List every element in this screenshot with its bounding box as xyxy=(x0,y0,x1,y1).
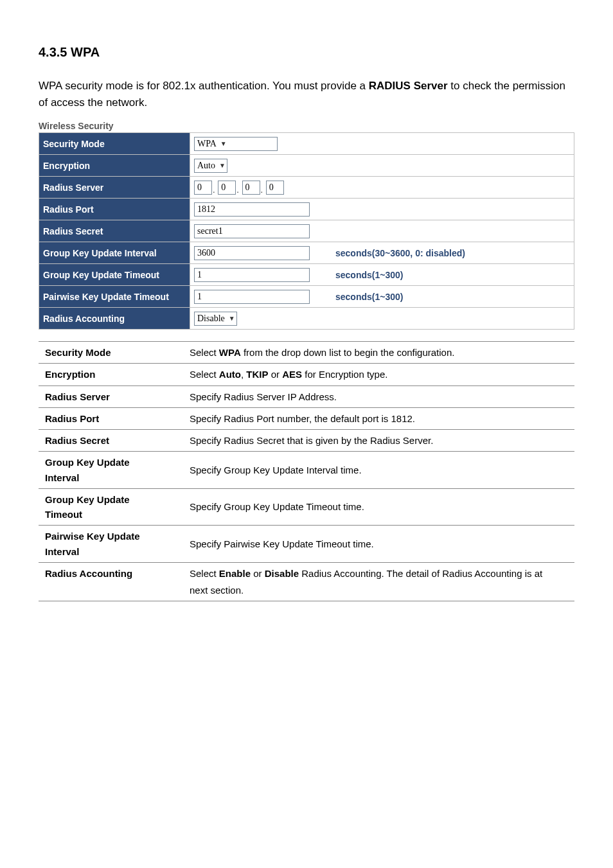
desc-row: Radius Secret Specify Radius Secret that… xyxy=(39,430,574,452)
desc-row: Radius Port Specify Radius Port number, … xyxy=(39,407,574,429)
text-bold: TKIP xyxy=(246,369,268,380)
text-bold: Disable xyxy=(265,568,299,579)
desc-row: Encryption Select Auto, TKIP or AES for … xyxy=(39,364,574,385)
desc-def: Specify Pairwise Key Update Timeout time… xyxy=(183,526,574,563)
desc-def: Specify Radius Port number, the default … xyxy=(183,407,574,429)
security-mode-select[interactable]: WPA ▼ xyxy=(194,137,278,151)
ip-dot: . xyxy=(236,185,239,195)
config-label: Radius Port xyxy=(39,199,190,220)
intro-bold: RADIUS Server xyxy=(369,80,448,92)
config-row: Group Key Update Timeout 1 seconds(1~300… xyxy=(39,264,574,286)
desc-def: Specify Radius Server IP Address. xyxy=(183,385,574,407)
desc-row: Radius Accounting Select Enable or Disab… xyxy=(39,562,574,601)
text-bold: AES xyxy=(282,369,302,380)
desc-def: Select WPA from the drop down list to be… xyxy=(183,342,574,364)
config-row: Pairwise Key Update Timeout 1 seconds(1~… xyxy=(39,286,574,308)
config-value-cell: 1 seconds(1~300) xyxy=(190,286,574,308)
desc-term: Radius Server xyxy=(39,385,183,407)
config-row: Radius Port 1812 xyxy=(39,199,574,220)
config-value-cell: Auto ▼ xyxy=(190,155,574,177)
hint-text: seconds(30~3600, 0: disabled) xyxy=(335,248,465,258)
desc-row: Group Key Update Timeout Specify Group K… xyxy=(39,488,574,526)
desc-row: Radius Server Specify Radius Server IP A… xyxy=(39,385,574,407)
ip-octet-4[interactable]: 0 xyxy=(266,181,284,195)
config-label: Encryption xyxy=(39,155,190,177)
config-row: Radius Server 0. 0. 0. 0 xyxy=(39,177,574,199)
pairwise-key-timeout-input[interactable]: 1 xyxy=(194,290,310,304)
ip-dot: . xyxy=(261,185,263,195)
text: Radius Accounting. The detail of Radius … xyxy=(299,568,542,579)
config-label: Radius Accounting xyxy=(39,308,190,330)
encryption-select[interactable]: Auto ▼ xyxy=(194,159,227,173)
config-value-cell: 1 seconds(1~300) xyxy=(190,264,574,286)
config-value-cell: Disable ▼ xyxy=(190,308,574,330)
desc-term: Encryption xyxy=(39,364,183,385)
text: from the drop down list to begin the con… xyxy=(241,347,455,358)
desc-def: Specify Group Key Update Interval time. xyxy=(183,452,574,489)
panel-title: Wireless Security xyxy=(39,121,574,131)
text: Select xyxy=(190,369,219,380)
intro-paragraph: WPA security mode is for 802.1x authenti… xyxy=(39,78,574,111)
desc-def: Specify Radius Secret that is given by t… xyxy=(183,430,574,452)
hint-text: seconds(1~300) xyxy=(335,292,403,302)
intro-pre: WPA security mode is for 802.1x authenti… xyxy=(39,80,369,92)
description-table: Security Mode Select WPA from the drop d… xyxy=(39,341,574,601)
term-line1: Pairwise Key Update xyxy=(45,529,178,544)
term-line2: Interval xyxy=(45,544,178,559)
radius-secret-input[interactable]: secret1 xyxy=(194,224,310,238)
text: Select xyxy=(190,568,219,579)
term-line1: Group Key Update xyxy=(45,455,178,470)
desc-term: Radius Port xyxy=(39,407,183,429)
desc-row: Security Mode Select WPA from the drop d… xyxy=(39,342,574,364)
text-bold: Enable xyxy=(219,568,251,579)
chevron-down-icon: ▼ xyxy=(219,162,226,169)
text: Select xyxy=(190,347,219,358)
ip-octet-2[interactable]: 0 xyxy=(218,181,236,195)
ip-octet-1[interactable]: 0 xyxy=(194,181,212,195)
radius-port-input[interactable]: 1812 xyxy=(194,202,310,217)
config-row: Security Mode WPA ▼ xyxy=(39,133,574,155)
config-row: Radius Secret secret1 xyxy=(39,220,574,242)
term-line1: Group Key Update xyxy=(45,492,178,507)
config-value-cell: 3600 seconds(30~3600, 0: disabled) xyxy=(190,242,574,264)
config-row: Encryption Auto ▼ xyxy=(39,155,574,177)
config-label: Pairwise Key Update Timeout xyxy=(39,286,190,308)
config-value-cell: secret1 xyxy=(190,220,574,242)
desc-def: Select Auto, TKIP or AES for Encryption … xyxy=(183,364,574,385)
desc-def: Specify Group Key Update Timeout time. xyxy=(183,488,574,526)
ip-octet-3[interactable]: 0 xyxy=(242,181,260,195)
chevron-down-icon: ▼ xyxy=(229,315,235,322)
text: or xyxy=(251,568,265,579)
text: for Encryption type. xyxy=(302,369,387,380)
group-key-interval-input[interactable]: 3600 xyxy=(194,246,310,260)
text: next section. xyxy=(190,583,569,598)
text-bold: Auto xyxy=(219,369,241,380)
desc-term: Radius Secret xyxy=(39,430,183,452)
config-label: Group Key Update Interval xyxy=(39,242,190,264)
config-label: Group Key Update Timeout xyxy=(39,264,190,286)
select-value: Auto xyxy=(197,161,215,171)
select-value: WPA xyxy=(197,139,217,149)
config-label: Radius Server xyxy=(39,177,190,199)
config-row: Group Key Update Interval 3600 seconds(3… xyxy=(39,242,574,264)
radius-accounting-select[interactable]: Disable ▼ xyxy=(194,312,237,326)
config-table: Security Mode WPA ▼ Encryption Auto ▼ Ra… xyxy=(39,132,574,330)
config-label: Security Mode xyxy=(39,133,190,155)
desc-term: Pairwise Key Update Interval xyxy=(39,526,183,563)
desc-def: Select Enable or Disable Radius Accounti… xyxy=(183,562,574,601)
hint-text: seconds(1~300) xyxy=(335,270,403,280)
group-key-timeout-input[interactable]: 1 xyxy=(194,268,310,282)
term-line2: Interval xyxy=(45,470,178,485)
desc-term: Radius Accounting xyxy=(39,562,183,601)
term-line2: Timeout xyxy=(45,507,178,522)
desc-term: Group Key Update Timeout xyxy=(39,488,183,526)
text-bold: WPA xyxy=(219,347,241,358)
desc-row: Group Key Update Interval Specify Group … xyxy=(39,452,574,489)
desc-term: Group Key Update Interval xyxy=(39,452,183,489)
config-value-cell: WPA ▼ xyxy=(190,133,574,155)
ip-dot: . xyxy=(213,185,215,195)
chevron-down-icon: ▼ xyxy=(220,140,227,147)
config-value-cell: 1812 xyxy=(190,199,574,220)
desc-row: Pairwise Key Update Interval Specify Pai… xyxy=(39,526,574,563)
section-heading: 4.3.5 WPA xyxy=(39,45,574,60)
